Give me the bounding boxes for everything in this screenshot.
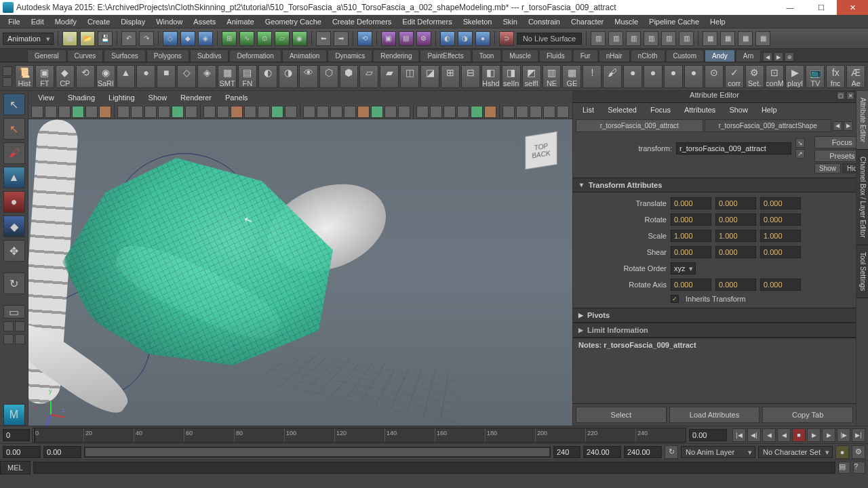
attr-menu-show[interactable]: Show — [722, 104, 755, 115]
shelf-icon-Set.[interactable]: ⚙Set. — [745, 65, 764, 88]
loop-toggle-icon[interactable]: ↻ — [665, 445, 678, 459]
shelf-icon-3[interactable]: ⟲ — [76, 65, 95, 88]
vp-icon-13[interactable] — [217, 106, 229, 118]
range-handle[interactable] — [85, 447, 550, 457]
menu-constrain[interactable]: Constrain — [523, 16, 566, 27]
shelf-icon-13[interactable]: ◑ — [279, 65, 298, 88]
range-start-inner[interactable]: 0.00 — [43, 446, 81, 458]
shelf-icon-7[interactable]: ■ — [157, 65, 176, 88]
vp-icon-34[interactable] — [516, 106, 528, 118]
magnet-icon[interactable]: ⊃ — [499, 31, 514, 46]
shelf-tab-muscle[interactable]: Muscle — [502, 49, 538, 62]
menu-muscle[interactable]: Muscle — [609, 16, 644, 27]
vp-icon-36[interactable] — [543, 106, 555, 118]
range-end-b[interactable]: 240.00 — [624, 446, 662, 458]
vp-icon-25[interactable] — [384, 106, 397, 118]
layout-toggle-2[interactable]: ▦ — [720, 31, 735, 46]
shelf-menu-icon[interactable] — [3, 66, 12, 76]
snap-plane-icon[interactable]: ▱ — [275, 31, 290, 46]
menu-create-deformers[interactable]: Create Deformers — [327, 16, 397, 27]
menu-pipeline-cache[interactable]: Pipeline Cache — [644, 16, 705, 27]
snap-curve-icon[interactable]: ∿ — [239, 31, 254, 46]
vp-menu-renderer[interactable]: Renderer — [174, 92, 218, 103]
shelf-tab-polygons[interactable]: Polygons — [146, 49, 189, 62]
sidebar-toggle-3[interactable]: ▥ — [626, 31, 641, 46]
sidetab-attribute-editor[interactable]: Attribute Editor — [856, 91, 868, 150]
shelf-tab-rendering[interactable]: Rendering — [373, 49, 419, 62]
shelf-icon-30[interactable]: ● — [623, 65, 642, 88]
sidebar-toggle-6[interactable]: ▥ — [679, 31, 694, 46]
prefs-icon[interactable]: ⚙ — [852, 445, 865, 459]
attr-menu-focus[interactable]: Focus — [644, 104, 677, 115]
shelf-trash-icon[interactable] — [3, 77, 12, 87]
shear-xz[interactable]: 0.000 — [715, 246, 756, 258]
snap-point-icon[interactable]: ⊙ — [257, 31, 272, 46]
shelf-tab-fluids[interactable]: Fluids — [539, 49, 572, 62]
shelf-nav-2[interactable]: ⊕ — [785, 52, 794, 62]
vp-icon-32[interactable] — [484, 106, 496, 118]
vp-icon-11[interactable] — [185, 106, 197, 118]
sidebar-toggle-4[interactable]: ▥ — [644, 31, 658, 46]
shelf-icon-conM[interactable]: ⊡conM — [766, 65, 785, 88]
shelf-icon-FN[interactable]: ▤FN — [238, 65, 257, 88]
vp-icon-15[interactable] — [244, 106, 256, 118]
view-cube[interactable]: TOP BACK — [525, 131, 557, 169]
menu-create[interactable]: Create — [82, 16, 115, 27]
time-start-field[interactable]: 0 — [3, 429, 30, 441]
step-back-icon[interactable]: ◀ — [762, 428, 776, 442]
snap-live-icon[interactable]: ◉ — [292, 31, 307, 46]
window-maximize[interactable]: ☐ — [806, 0, 837, 15]
shelf-tab-dynamics[interactable]: Dynamics — [328, 49, 372, 62]
stop-icon[interactable]: ■ — [792, 428, 806, 442]
sidebar-toggle-2[interactable]: ▥ — [608, 31, 623, 46]
shelf-tab-arn[interactable]: Arn — [736, 49, 762, 62]
vp-icon-28[interactable] — [430, 106, 442, 118]
layout-toggle-3[interactable]: ▦ — [738, 31, 753, 46]
vp-icon-10[interactable] — [172, 106, 184, 118]
vp-menu-show[interactable]: Show — [142, 92, 174, 103]
transform-name-field[interactable]: r_torsoFascia_009_attract — [676, 142, 791, 155]
shelf-icon-fnc[interactable]: fxfnc — [826, 65, 845, 88]
shelf-icon-playl[interactable]: ▶playl — [785, 65, 804, 88]
shelf-icon-TV[interactable]: 📺TV — [806, 65, 825, 88]
help-line-icon[interactable]: ? — [853, 462, 865, 474]
shelf-tab-general[interactable]: General — [27, 49, 66, 62]
menu-character[interactable]: Character — [566, 16, 609, 27]
shelf-icon-29[interactable]: 🖌 — [603, 65, 622, 88]
shelf-tab-toon[interactable]: Toon — [472, 49, 502, 62]
vp-icon-35[interactable] — [530, 106, 542, 118]
layout-a-icon[interactable] — [3, 334, 14, 344]
shelf-tab-custom[interactable]: Custom — [666, 49, 704, 62]
script-language-toggle[interactable]: MEL — [0, 461, 31, 474]
shelf-icon-12[interactable]: ◐ — [258, 65, 277, 88]
shelf-icon-18[interactable]: ▰ — [380, 65, 399, 88]
vp-icon-2[interactable] — [58, 106, 71, 118]
snap-grid-icon[interactable]: ⊞ — [222, 31, 237, 46]
step-forward-key-icon[interactable]: |▶ — [837, 428, 850, 442]
shelf-icon-CP[interactable]: ◆CP — [56, 65, 75, 88]
sidetab-tool-settings[interactable]: Tool Settings — [856, 245, 868, 298]
menu-display[interactable]: Display — [115, 16, 151, 27]
last-tool[interactable]: ↻ — [3, 272, 25, 294]
save-scene-icon[interactable]: 💾 — [98, 31, 113, 46]
menu-window[interactable]: Window — [151, 16, 188, 27]
paint-select-tool[interactable]: 🖌 — [3, 142, 25, 164]
attr-tab-node[interactable]: r_torsoFascia_009_attract — [576, 119, 703, 132]
translate-y[interactable]: 0.000 — [715, 197, 756, 209]
render-settings-icon[interactable]: ⚙ — [416, 31, 431, 46]
toggle-xray-icon[interactable]: ◐ — [440, 31, 455, 46]
vp-menu-panels[interactable]: Panels — [218, 92, 255, 103]
lasso-tool[interactable]: ↖ — [3, 118, 25, 140]
menu-edit-deformers[interactable]: Edit Deformers — [397, 16, 457, 27]
shelf-tab-ncloth[interactable]: nCloth — [631, 49, 665, 62]
translate-z[interactable]: 0.000 — [760, 197, 801, 209]
vp-icon-12[interactable] — [203, 106, 216, 118]
vp-icon-29[interactable] — [443, 106, 456, 118]
attr-ed-close-icon[interactable]: ✕ — [846, 92, 854, 100]
command-input[interactable] — [33, 462, 835, 474]
time-track[interactable]: 020406080100120140160180200220240 — [33, 428, 686, 443]
construction-history-icon[interactable]: ⟲ — [357, 31, 372, 46]
shelf-icon-8[interactable]: ◇ — [177, 65, 196, 88]
shelf-icon-corr[interactable]: ✓corr — [725, 65, 744, 88]
menu-animate[interactable]: Animate — [221, 16, 259, 27]
